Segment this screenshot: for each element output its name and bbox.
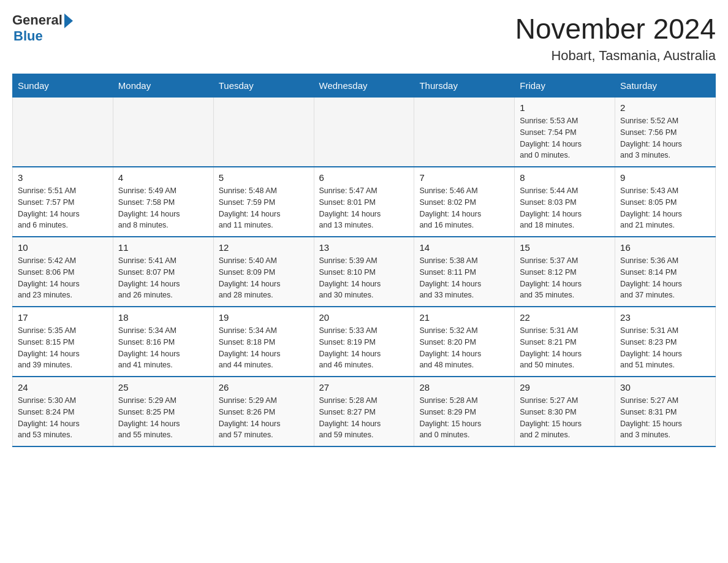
calendar-cell: 13Sunrise: 5:39 AMSunset: 8:10 PMDayligh… <box>314 237 414 307</box>
day-number: 2 <box>620 102 710 113</box>
logo-top: General <box>12 12 73 28</box>
day-info: Sunrise: 5:28 AMSunset: 8:29 PMDaylight:… <box>419 395 509 441</box>
day-info: Sunrise: 5:33 AMSunset: 8:19 PMDaylight:… <box>319 325 409 371</box>
day-header-sunday: Sunday <box>13 74 113 98</box>
page-subtitle: Hobart, Tasmania, Australia <box>515 48 716 64</box>
calendar-body: 1Sunrise: 5:53 AMSunset: 7:54 PMDaylight… <box>13 98 716 447</box>
day-info: Sunrise: 5:44 AMSunset: 8:03 PMDaylight:… <box>520 185 610 231</box>
calendar-cell <box>213 98 314 167</box>
title-block: November 2024 Hobart, Tasmania, Australi… <box>515 12 716 64</box>
calendar-cell: 19Sunrise: 5:34 AMSunset: 8:18 PMDayligh… <box>213 307 314 377</box>
day-number: 29 <box>520 382 610 393</box>
calendar-cell: 9Sunrise: 5:43 AMSunset: 8:05 PMDaylight… <box>615 167 716 237</box>
calendar-cell: 24Sunrise: 5:30 AMSunset: 8:24 PMDayligh… <box>13 377 113 446</box>
calendar-cell: 8Sunrise: 5:44 AMSunset: 8:03 PMDaylight… <box>515 167 615 237</box>
day-header-friday: Friday <box>515 74 615 98</box>
day-info: Sunrise: 5:28 AMSunset: 8:27 PMDaylight:… <box>319 395 409 441</box>
day-number: 14 <box>419 242 509 253</box>
day-number: 25 <box>118 382 208 393</box>
day-number: 9 <box>620 172 710 183</box>
day-number: 5 <box>219 172 309 183</box>
day-number: 18 <box>118 312 208 323</box>
day-number: 30 <box>620 382 710 393</box>
day-number: 16 <box>620 242 710 253</box>
day-number: 6 <box>319 172 409 183</box>
calendar-cell: 15Sunrise: 5:37 AMSunset: 8:12 PMDayligh… <box>515 237 615 307</box>
calendar-week-3: 10Sunrise: 5:42 AMSunset: 8:06 PMDayligh… <box>13 237 716 307</box>
day-number: 20 <box>319 312 409 323</box>
calendar-cell: 21Sunrise: 5:32 AMSunset: 8:20 PMDayligh… <box>414 307 515 377</box>
day-info: Sunrise: 5:29 AMSunset: 8:26 PMDaylight:… <box>219 395 309 441</box>
day-info: Sunrise: 5:43 AMSunset: 8:05 PMDaylight:… <box>620 185 710 231</box>
calendar-cell <box>13 98 113 167</box>
day-number: 12 <box>219 242 309 253</box>
calendar-cell: 7Sunrise: 5:46 AMSunset: 8:02 PMDaylight… <box>414 167 515 237</box>
calendar-cell: 28Sunrise: 5:28 AMSunset: 8:29 PMDayligh… <box>414 377 515 446</box>
day-info: Sunrise: 5:30 AMSunset: 8:24 PMDaylight:… <box>18 395 108 441</box>
day-info: Sunrise: 5:32 AMSunset: 8:20 PMDaylight:… <box>419 325 509 371</box>
calendar-cell: 12Sunrise: 5:40 AMSunset: 8:09 PMDayligh… <box>213 237 314 307</box>
day-info: Sunrise: 5:41 AMSunset: 8:07 PMDaylight:… <box>118 255 208 301</box>
day-info: Sunrise: 5:39 AMSunset: 8:10 PMDaylight:… <box>319 255 409 301</box>
day-header-wednesday: Wednesday <box>314 74 414 98</box>
day-number: 26 <box>219 382 309 393</box>
day-header-thursday: Thursday <box>414 74 515 98</box>
calendar-cell: 1Sunrise: 5:53 AMSunset: 7:54 PMDaylight… <box>515 98 615 167</box>
day-header-row: SundayMondayTuesdayWednesdayThursdayFrid… <box>13 74 716 98</box>
day-info: Sunrise: 5:36 AMSunset: 8:14 PMDaylight:… <box>620 255 710 301</box>
calendar-cell: 27Sunrise: 5:28 AMSunset: 8:27 PMDayligh… <box>314 377 414 446</box>
logo-general-text: General <box>12 12 63 28</box>
day-info: Sunrise: 5:31 AMSunset: 8:21 PMDaylight:… <box>520 325 610 371</box>
day-info: Sunrise: 5:35 AMSunset: 8:15 PMDaylight:… <box>18 325 108 371</box>
day-info: Sunrise: 5:34 AMSunset: 8:18 PMDaylight:… <box>219 325 309 371</box>
calendar-cell: 29Sunrise: 5:27 AMSunset: 8:30 PMDayligh… <box>515 377 615 446</box>
day-number: 3 <box>18 172 108 183</box>
calendar-cell: 18Sunrise: 5:34 AMSunset: 8:16 PMDayligh… <box>113 307 213 377</box>
day-number: 21 <box>419 312 509 323</box>
calendar-cell: 22Sunrise: 5:31 AMSunset: 8:21 PMDayligh… <box>515 307 615 377</box>
calendar-header: SundayMondayTuesdayWednesdayThursdayFrid… <box>13 74 716 98</box>
calendar-week-5: 24Sunrise: 5:30 AMSunset: 8:24 PMDayligh… <box>13 377 716 446</box>
day-header-tuesday: Tuesday <box>213 74 314 98</box>
day-number: 27 <box>319 382 409 393</box>
day-number: 1 <box>520 102 610 113</box>
day-number: 28 <box>419 382 509 393</box>
day-header-monday: Monday <box>113 74 213 98</box>
calendar-week-1: 1Sunrise: 5:53 AMSunset: 7:54 PMDaylight… <box>13 98 716 167</box>
calendar-cell <box>314 98 414 167</box>
calendar-cell: 2Sunrise: 5:52 AMSunset: 7:56 PMDaylight… <box>615 98 716 167</box>
calendar-cell: 14Sunrise: 5:38 AMSunset: 8:11 PMDayligh… <box>414 237 515 307</box>
day-number: 8 <box>520 172 610 183</box>
day-info: Sunrise: 5:34 AMSunset: 8:16 PMDaylight:… <box>118 325 208 371</box>
day-header-saturday: Saturday <box>615 74 716 98</box>
day-info: Sunrise: 5:52 AMSunset: 7:56 PMDaylight:… <box>620 115 710 161</box>
calendar-cell: 3Sunrise: 5:51 AMSunset: 7:57 PMDaylight… <box>13 167 113 237</box>
calendar-cell: 20Sunrise: 5:33 AMSunset: 8:19 PMDayligh… <box>314 307 414 377</box>
day-info: Sunrise: 5:48 AMSunset: 7:59 PMDaylight:… <box>219 185 309 231</box>
day-number: 22 <box>520 312 610 323</box>
day-info: Sunrise: 5:37 AMSunset: 8:12 PMDaylight:… <box>520 255 610 301</box>
day-info: Sunrise: 5:40 AMSunset: 8:09 PMDaylight:… <box>219 255 309 301</box>
calendar-cell: 16Sunrise: 5:36 AMSunset: 8:14 PMDayligh… <box>615 237 716 307</box>
day-number: 4 <box>118 172 208 183</box>
day-info: Sunrise: 5:42 AMSunset: 8:06 PMDaylight:… <box>18 255 108 301</box>
day-number: 19 <box>219 312 309 323</box>
day-info: Sunrise: 5:27 AMSunset: 8:31 PMDaylight:… <box>620 395 710 441</box>
calendar-cell: 10Sunrise: 5:42 AMSunset: 8:06 PMDayligh… <box>13 237 113 307</box>
day-number: 11 <box>118 242 208 253</box>
day-number: 23 <box>620 312 710 323</box>
logo-blue-text: Blue <box>13 28 73 44</box>
logo-arrow-icon <box>64 13 73 28</box>
day-number: 24 <box>18 382 108 393</box>
day-number: 7 <box>419 172 509 183</box>
day-number: 10 <box>18 242 108 253</box>
day-info: Sunrise: 5:46 AMSunset: 8:02 PMDaylight:… <box>419 185 509 231</box>
day-info: Sunrise: 5:38 AMSunset: 8:11 PMDaylight:… <box>419 255 509 301</box>
calendar-cell: 5Sunrise: 5:48 AMSunset: 7:59 PMDaylight… <box>213 167 314 237</box>
calendar-table: SundayMondayTuesdayWednesdayThursdayFrid… <box>12 74 716 447</box>
calendar-cell: 17Sunrise: 5:35 AMSunset: 8:15 PMDayligh… <box>13 307 113 377</box>
day-info: Sunrise: 5:27 AMSunset: 8:30 PMDaylight:… <box>520 395 610 441</box>
page-title: November 2024 <box>515 12 716 45</box>
calendar-cell: 23Sunrise: 5:31 AMSunset: 8:23 PMDayligh… <box>615 307 716 377</box>
calendar-cell <box>113 98 213 167</box>
